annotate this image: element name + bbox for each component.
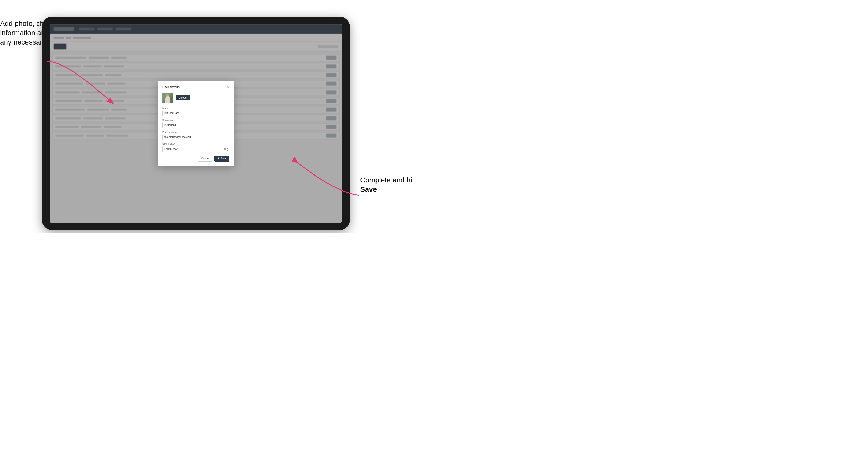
school-year-arrows: ▲ ▼ (227, 147, 228, 151)
school-year-label: School Year (162, 143, 229, 145)
school-year-controls: ✕ ▲ ▼ (224, 147, 228, 151)
name-field-group: Name (162, 107, 229, 116)
school-year-clear-icon[interactable]: ✕ (224, 148, 226, 150)
save-label: Save (221, 157, 226, 160)
photo-upload-row: Upload (162, 93, 229, 103)
annotation-right-bold: Save (360, 185, 377, 193)
photo-figure-body (165, 96, 170, 103)
email-input[interactable] (162, 134, 229, 140)
arrow-left (45, 59, 117, 110)
email-field-group: Email address (162, 131, 229, 140)
school-year-wrapper: ✕ ▲ ▼ (162, 146, 229, 152)
close-icon[interactable]: ✕ (226, 86, 229, 89)
name-label: Name (162, 107, 229, 110)
save-icon: ⬆ (218, 157, 220, 160)
upload-button[interactable]: Upload (176, 95, 190, 100)
modal-title: User details (162, 86, 180, 89)
save-button[interactable]: ⬆ Save (214, 156, 229, 161)
name-input[interactable] (162, 110, 229, 116)
cancel-button[interactable]: Cancel (198, 156, 212, 161)
user-photo (162, 93, 173, 103)
display-name-field-group: Display name (162, 119, 229, 128)
annotation-right-text1: Complete and hit (360, 176, 414, 184)
annotation-right: Complete and hit Save. (360, 176, 431, 194)
display-name-label: Display name (162, 119, 229, 121)
arrow-right (294, 160, 361, 200)
annotation-right-text2: . (377, 185, 379, 193)
display-name-input[interactable] (162, 122, 229, 128)
school-year-input[interactable] (162, 146, 229, 152)
school-year-field-group: School Year ✕ ▲ ▼ (162, 143, 229, 152)
modal-footer: Cancel ⬆ Save (162, 156, 229, 161)
modal-title-bar: User details ✕ (162, 86, 229, 89)
school-year-down-arrow[interactable]: ▼ (227, 149, 228, 151)
user-details-modal: User details ✕ Upload Name (158, 81, 234, 166)
email-label: Email address (162, 131, 229, 133)
school-year-up-arrow[interactable]: ▲ (227, 147, 228, 149)
